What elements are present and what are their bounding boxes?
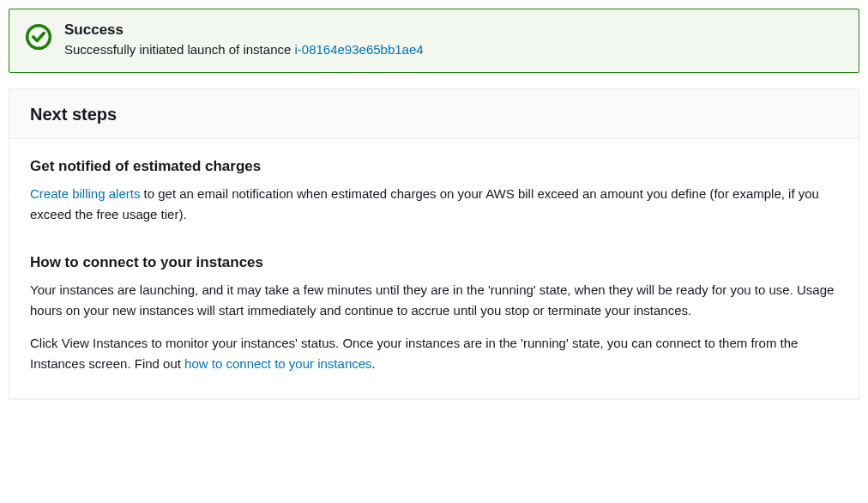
section-connect-para2-after: . (372, 356, 376, 371)
success-message-text: Successfully initiated launch of instanc… (64, 42, 294, 57)
section-charges-body: Create billing alerts to get an email no… (30, 184, 838, 225)
panel-header: Next steps (9, 89, 859, 139)
section-charges-heading: Get notified of estimated charges (30, 158, 838, 175)
section-charges: Get notified of estimated charges Create… (30, 158, 838, 225)
how-to-connect-link[interactable]: how to connect to your instances (184, 356, 371, 371)
section-connect-body: Your instances are launching, and it may… (30, 280, 838, 374)
create-billing-alerts-link[interactable]: Create billing alerts (30, 186, 140, 201)
panel-body: Get notified of estimated charges Create… (9, 139, 859, 398)
section-connect-para2: Click View Instances to monitor your ins… (30, 333, 838, 374)
section-connect-para1: Your instances are launching, and it may… (30, 280, 838, 321)
section-connect-para2-before: Click View Instances to monitor your ins… (30, 336, 798, 371)
instance-id-link[interactable]: i-08164e93e65bb1ae4 (294, 42, 423, 57)
panel-title: Next steps (30, 105, 838, 124)
section-charges-text: to get an email notification when estima… (30, 186, 819, 221)
success-text: Success Successfully initiated launch of… (64, 21, 843, 60)
section-connect: How to connect to your instances Your in… (30, 254, 838, 374)
success-icon (25, 21, 52, 51)
next-steps-panel: Next steps Get notified of estimated cha… (9, 88, 859, 399)
success-title: Success (64, 21, 843, 39)
success-banner: Success Successfully initiated launch of… (9, 9, 859, 73)
section-connect-heading: How to connect to your instances (30, 254, 838, 271)
success-message: Successfully initiated launch of instanc… (64, 40, 843, 60)
